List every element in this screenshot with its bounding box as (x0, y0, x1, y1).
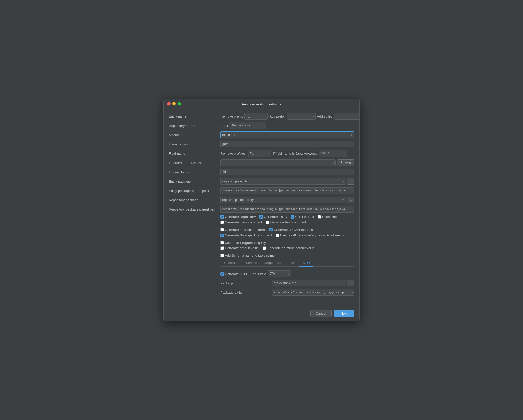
tab-service[interactable]: Service (242, 260, 260, 267)
generate-field-comment-label: Generate field comment (270, 220, 306, 224)
generate-entity-item[interactable]: Generate Entity (259, 215, 287, 219)
entity-package-dots-button[interactable]: ... (347, 178, 354, 185)
dto-package-path-input[interactable] (272, 289, 354, 296)
generate-datetime-default-value-checkbox[interactable] (263, 246, 266, 250)
inherited-parent-class-row: Inherited parent class: ⤢ Browse (169, 159, 354, 166)
content-area: Entity name: Remove prefix: ⤢ Add prefix… (164, 108, 359, 306)
use-java8-date-type-item[interactable]: Use Java8 date type(eg: LocalDateTime...… (276, 233, 344, 237)
generate-jpa-annotations-checkbox[interactable] (269, 228, 273, 231)
file-extension-row: File extension: ⤢ (169, 141, 354, 148)
file-extension-input[interactable] (220, 141, 354, 147)
use-lombok-checkbox[interactable] (291, 215, 294, 219)
repository-package-dots-button[interactable]: ... (347, 197, 354, 203)
generate-swagger-ui-comment-item[interactable]: Generate Swagger UI comment (220, 233, 272, 237)
field-name-controls: Remove prefixes: ⤢ If field name is Java… (220, 150, 354, 157)
serializable-item[interactable]: Serializable (318, 215, 339, 219)
expand-icon-dto-path: ⤢ (351, 291, 353, 294)
generate-class-comment-checkbox[interactable] (220, 221, 224, 224)
inherited-parent-class-input[interactable] (220, 159, 336, 166)
cancel-button[interactable]: Cancel (310, 310, 332, 317)
expand-icon7: ⤢ (344, 152, 346, 155)
serializable-checkbox[interactable] (318, 215, 321, 219)
tabs-row: Controller Service Mapper XML VO DTO (220, 260, 354, 267)
ignored-fields-label: Ignored fields: (169, 170, 220, 174)
dto-package-row: Package: org.example.dto ▼ ... (220, 279, 354, 287)
generate-field-comment-item[interactable]: Generate field comment (266, 220, 306, 224)
generate-default-value-checkbox[interactable] (220, 246, 224, 250)
checkbox-row-4: Generate default value Generate datetime… (220, 246, 354, 258)
remove-prefix-input[interactable] (244, 113, 268, 120)
field-remove-prefixes-input[interactable] (248, 150, 271, 157)
generate-method-comment-checkbox[interactable] (220, 228, 224, 231)
generate-datetime-default-value-item[interactable]: Generate datetime default value (263, 246, 315, 250)
close-button[interactable] (167, 102, 171, 105)
use-fluid-programming-style-label: Use Fluid Programming Style (225, 241, 268, 245)
dto-package-label: Package: (220, 281, 272, 285)
repository-suffix-wrapper: ⤢ (230, 122, 266, 129)
add-suffix-wrapper: ⤢ (334, 113, 360, 120)
add-schema-name-to-table-name-checkbox[interactable] (220, 254, 224, 257)
generate-repository-checkbox[interactable] (220, 215, 224, 219)
window-controls (167, 102, 181, 105)
module-label: Module: (169, 133, 220, 137)
dto-package-path-wrapper: ⤢ (272, 289, 354, 296)
module-controls: module-1 ▼ (220, 131, 354, 138)
repository-package-parent-path-row: Repository package parent path: ⤢ (169, 206, 354, 213)
tab-mapper-xml[interactable]: Mapper XML (261, 260, 287, 267)
generate-field-comment-checkbox[interactable] (266, 221, 269, 224)
repository-package-parent-path-wrapper: ⤢ (220, 206, 354, 213)
generate-class-comment-label: Generate class comment (225, 220, 262, 224)
dto-package-dots-button[interactable]: ... (347, 280, 354, 286)
expand-icon2: ⤢ (313, 115, 315, 118)
generate-repository-item[interactable]: Generate Repository (220, 215, 256, 219)
module-select[interactable]: module-1 (220, 131, 354, 138)
entity-package-select[interactable]: org.example.entity (220, 178, 346, 185)
use-fluid-programming-style-item[interactable]: Use Fluid Programming Style (220, 241, 268, 245)
use-fluid-programming-style-checkbox[interactable] (220, 241, 224, 244)
entity-package-select-wrapper: org.example.entity ▼ (220, 178, 346, 185)
minimize-button[interactable] (172, 102, 176, 105)
generate-method-comment-item[interactable]: Generate method comment (220, 228, 266, 232)
use-java8-date-type-checkbox[interactable] (276, 234, 279, 237)
generate-class-comment-item[interactable]: Generate class comment (220, 220, 262, 224)
maximize-button[interactable] (178, 102, 181, 105)
entity-package-parent-path-controls: ⤢ (220, 187, 354, 194)
add-prefix-input[interactable] (287, 113, 316, 120)
generate-datetime-default-value-label: Generate datetime default value (267, 246, 315, 250)
add-schema-name-to-table-name-item[interactable]: Add Schema name to table name (220, 254, 275, 258)
generate-dto-checkbox[interactable] (220, 272, 224, 276)
entity-package-parent-path-wrapper: ⤢ (220, 187, 354, 194)
entity-package-parent-path-input[interactable] (220, 187, 354, 194)
ignored-fields-input[interactable] (220, 169, 354, 175)
expand-icon6: ⤢ (268, 152, 271, 155)
dto-package-select[interactable]: org.example.dto (272, 280, 346, 286)
next-button[interactable]: Next (334, 310, 354, 317)
use-java8-date-type-label: Use Java8 date type(eg: LocalDateTime...… (280, 233, 344, 237)
add-suffix-input[interactable] (334, 113, 360, 120)
use-lombok-item[interactable]: Use Lombok (291, 215, 314, 219)
checkbox-row-1: Generate Repository Generate Entity Use … (220, 215, 354, 219)
tab-dto[interactable]: DTO (299, 260, 313, 267)
generate-dto-item[interactable]: Generate DTO (220, 272, 247, 276)
inherited-parent-class-wrapper: ⤢ (220, 159, 336, 166)
add-suffix-dto-label: Add suffix: (250, 272, 266, 276)
repository-package-label: Repository package: (169, 198, 220, 202)
repository-package-select-wrapper: org.example.repository ▼ (220, 197, 346, 203)
repository-suffix-input[interactable] (230, 122, 266, 129)
generate-jpa-annotations-item[interactable]: Generate JPA Annotations (269, 228, 313, 232)
generate-dto-label: Generate DTO (225, 272, 247, 276)
browse-button[interactable]: Browse (337, 159, 354, 166)
remove-prefix-label: Remove prefix: (220, 114, 243, 118)
tab-vo[interactable]: VO (287, 260, 299, 267)
tab-controller[interactable]: Controller (220, 260, 242, 267)
repository-package-select[interactable]: org.example.repository (220, 197, 346, 203)
generate-swagger-ui-comment-checkbox[interactable] (220, 234, 224, 237)
dto-suffix-input[interactable] (268, 270, 291, 277)
field-java-keyword-input[interactable] (319, 150, 347, 157)
repository-package-parent-path-controls: ⤢ (220, 206, 354, 213)
add-schema-name-to-table-name-label: Add Schema name to table name (225, 254, 275, 258)
field-java-keyword-wrapper: ⤢ (319, 150, 347, 157)
repository-package-parent-path-input[interactable] (220, 206, 354, 213)
generate-default-value-item[interactable]: Generate default value (220, 246, 259, 250)
generate-entity-checkbox[interactable] (259, 215, 263, 219)
